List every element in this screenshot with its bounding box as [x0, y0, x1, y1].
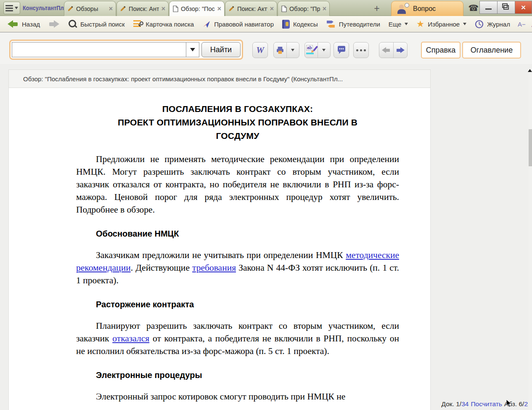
more-actions-button[interactable] — [353, 42, 369, 58]
chevron-down-icon — [190, 48, 195, 51]
tab-label: Поиск: Актуа — [237, 5, 267, 12]
pen-icon — [228, 5, 235, 12]
find-button[interactable]: Найти — [201, 42, 241, 57]
highlight-button[interactable]: ab — [305, 43, 318, 58]
doc-total-link[interactable]: 34 — [461, 400, 468, 407]
close-icon[interactable]: × — [323, 6, 326, 12]
highlight-options-button[interactable] — [318, 43, 331, 58]
window-controls: × — [479, 1, 532, 14]
codes-book-icon — [282, 20, 290, 29]
forward-arrow-icon — [396, 47, 405, 53]
main-toolbar: Назад Быстрый поиск Карточка поиска Прав… — [0, 16, 532, 32]
minimize-icon — [485, 8, 492, 10]
font-decrease-button[interactable]: А− — [514, 21, 529, 28]
search-combobox — [12, 42, 199, 57]
tab-obzor-pre[interactable]: Обзор: "Пре × — [278, 1, 330, 16]
hamburger-icon — [5, 5, 13, 11]
minimize-button[interactable] — [479, 1, 497, 14]
section-paragraph: Электронный запрос котировок смогут пров… — [76, 390, 399, 403]
star-icon: ★ — [416, 20, 424, 29]
tab-poisk-antik[interactable]: Поиск: Антик × — [116, 1, 169, 16]
highlighter-icon: ab — [306, 45, 316, 55]
document-title-bar: Обзор: "Послабления в госзакупках: проек… — [8, 69, 431, 88]
chevron-down-icon — [291, 49, 294, 51]
tab-obzory[interactable]: Обзоры × — [64, 1, 116, 16]
vertical-scrollbar[interactable] — [529, 68, 532, 410]
new-tab-button[interactable]: + — [370, 3, 384, 14]
section-paragraph: Планируют разрешить заключать контракт с… — [76, 319, 399, 357]
chevron-down-icon — [322, 49, 326, 51]
more-button[interactable]: Еще — [384, 17, 413, 31]
document-page: ПОСЛАБЛЕНИЯ В ГОСЗАКУПКАХ: ПРОЕКТ ОПТИМИ… — [8, 88, 431, 410]
close-icon[interactable]: × — [109, 6, 113, 12]
section-heading: Электронные процедуры — [96, 370, 399, 380]
doc-forward-button[interactable] — [393, 43, 408, 58]
help-button[interactable]: Справка — [421, 42, 461, 59]
close-window-icon: × — [521, 3, 526, 11]
tab-label: Поиск: Антик — [129, 5, 159, 12]
back-button[interactable]: Назад — [3, 17, 44, 31]
tab-label: Обзор: "Пре — [289, 5, 320, 12]
export-word-button[interactable]: W — [252, 42, 268, 58]
phone-icon[interactable]: ☎ — [468, 3, 479, 13]
print-button-group — [273, 42, 299, 58]
paragraph-total-link[interactable]: 2 — [524, 400, 528, 407]
chevron-down-icon — [463, 23, 466, 25]
close-window-button[interactable]: × — [515, 1, 532, 14]
pen-icon — [120, 5, 126, 12]
search-dropdown-button[interactable] — [186, 43, 199, 57]
search-input[interactable] — [12, 43, 186, 57]
print-button[interactable] — [274, 43, 286, 58]
tab-obzor-pos-active[interactable]: Обзор: "Пос × — [169, 1, 225, 16]
question-button[interactable]: Вопрос — [391, 1, 463, 16]
font-increase-button[interactable]: А+ — [529, 19, 532, 29]
count-link[interactable]: Посчитать — [471, 400, 502, 407]
document-icon — [281, 5, 287, 12]
search-row: Найти W ab Спр — [0, 32, 532, 64]
tab-poisk-aktua[interactable]: Поиск: Актуа × — [225, 1, 277, 16]
chevron-down-icon — [15, 7, 18, 9]
maximize-icon — [503, 5, 509, 10]
journal-button[interactable]: Журнал — [471, 17, 514, 31]
contents-button[interactable]: Оглавление — [462, 42, 521, 59]
forward-button[interactable] — [44, 17, 64, 31]
clock-icon — [475, 20, 484, 29]
signpost-icon — [326, 20, 336, 29]
close-icon[interactable]: × — [161, 6, 165, 12]
comment-bubble-icon — [337, 46, 346, 54]
printer-icon — [275, 46, 285, 55]
doc-nav-group — [379, 42, 408, 58]
doc-counter-label: Док. 1/ — [442, 400, 462, 407]
maximize-button[interactable] — [497, 1, 515, 14]
support-person-icon — [397, 3, 409, 15]
scroll-split-arrow-icon — [528, 69, 532, 72]
back-arrow-icon — [382, 47, 390, 53]
tab-label: Обзор: "Пос — [181, 5, 215, 12]
scrollbar-thumb[interactable] — [529, 129, 532, 166]
main-menu-button[interactable] — [3, 2, 20, 14]
status-bar: Док. 1/34ПосчитатьАбз. 6/2 — [442, 400, 528, 408]
forward-arrow-icon — [48, 20, 59, 28]
close-icon[interactable]: × — [270, 6, 274, 12]
close-icon[interactable]: × — [217, 6, 221, 12]
tab-label: Обзоры — [76, 5, 106, 12]
guides-button[interactable]: Путеводители — [322, 17, 384, 31]
document-heading: ПОСЛАБЛЕНИЯ В ГОСЗАКУПКАХ: ПРОЕКТ ОПТИМИ… — [76, 102, 399, 143]
tab-bar: КонсультантПлюс Обзоры × Поиск: Антик × … — [0, 0, 532, 16]
favorites-button[interactable]: ★ Избранное — [412, 17, 471, 31]
document-link[interactable]: требования — [192, 263, 236, 273]
codes-button[interactable]: Кодексы — [278, 17, 322, 31]
document-icon — [172, 5, 178, 12]
search-frame: Найти — [9, 40, 243, 60]
ellipsis-icon — [356, 49, 366, 51]
legal-navigator-button[interactable]: Правовой навигатор — [198, 17, 278, 31]
pen-icon — [67, 5, 74, 12]
doc-back-button[interactable] — [379, 43, 393, 58]
quick-search-button[interactable]: Быстрый поиск — [64, 17, 129, 31]
comment-button[interactable] — [333, 42, 349, 58]
document-link[interactable]: отказался — [112, 333, 149, 343]
intro-paragraph: Предложили не применять методические рек… — [76, 153, 399, 216]
print-options-button[interactable] — [286, 43, 299, 58]
search-card-button[interactable]: Карточка поиска — [129, 17, 199, 31]
chevron-down-icon — [405, 23, 408, 25]
